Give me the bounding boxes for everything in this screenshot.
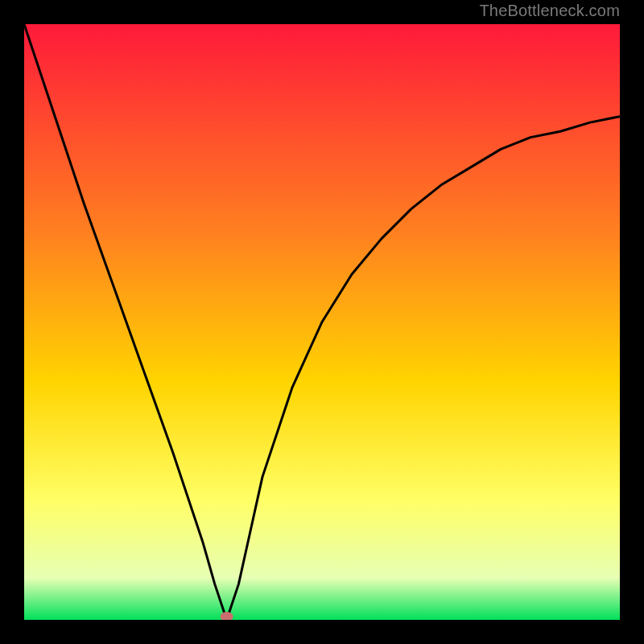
bottleneck-chart xyxy=(24,24,620,620)
watermark-text: TheBottleneck.com xyxy=(479,2,620,20)
chart-frame xyxy=(24,24,620,620)
